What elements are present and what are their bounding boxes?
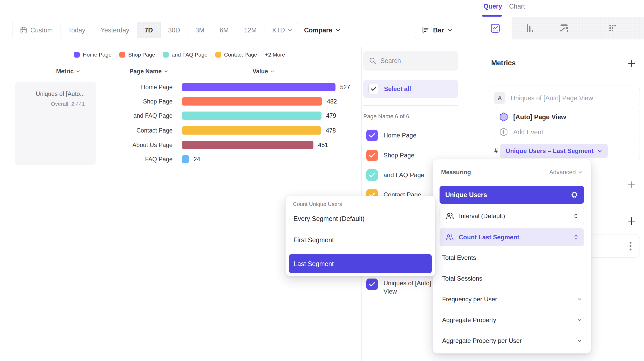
measuring-option-count-last-segment[interactable]: Count Last Segment (440, 228, 584, 246)
metric-title: Uniques of [Auto] Page View (511, 94, 593, 102)
date-range-xtd[interactable]: XTD (264, 22, 299, 38)
event-row[interactable]: [Auto] Page View (499, 112, 566, 122)
measuring-option-unique-users[interactable]: Unique Users (440, 186, 584, 204)
segment-option-list: Every Segment (Default)First SegmentLast… (286, 208, 435, 273)
measuring-option-frequency-per-user[interactable]: Frequency per User (440, 289, 584, 310)
metric-series-checkbox[interactable] (366, 279, 378, 290)
search-input[interactable] (380, 57, 443, 65)
segment-option-first-segment[interactable]: First Segment (286, 229, 435, 251)
segment-item-and-faq-page[interactable]: and FAQ Page (366, 169, 424, 181)
measuring-option-aggregate-property[interactable]: Aggregate Property (440, 310, 584, 330)
segment-search[interactable] (363, 51, 458, 71)
date-range-12m[interactable]: 12M (236, 22, 264, 38)
horizontal-bar-chart-icon (422, 26, 429, 34)
select-all-row[interactable]: Select all (363, 80, 458, 98)
column-header-page-name[interactable]: Page Name (129, 68, 168, 75)
bar-value: 479 (326, 112, 336, 120)
legend-swatch (215, 52, 221, 58)
date-range-custom[interactable]: Custom (12, 22, 60, 38)
measuring-option-list: Total EventsTotal SessionsFrequency per … (440, 247, 584, 351)
add-filter-button[interactable] (628, 181, 635, 189)
chevron-down-icon (578, 298, 581, 301)
date-range-7d[interactable]: 7D (137, 22, 161, 38)
report-tab-retention[interactable] (581, 17, 644, 39)
date-range-30d[interactable]: 30D (161, 22, 188, 38)
date-range-6m[interactable]: 6M (212, 22, 237, 38)
select-all-checkbox[interactable] (368, 84, 379, 94)
report-tab-flows[interactable] (547, 17, 581, 39)
legend-more[interactable]: +2 More (265, 52, 285, 58)
measuring-option-total-sessions[interactable]: Total Sessions (440, 268, 584, 289)
legend-swatch (74, 52, 80, 58)
tab-query[interactable]: Query (483, 3, 502, 10)
bar-category-label: and FAQ Page (64, 112, 173, 120)
add-event-row[interactable]: Add Event (499, 127, 543, 137)
date-range-3m[interactable]: 3M (188, 22, 212, 38)
measuring-dropdown: Measuring Advanced Unique Users (433, 159, 591, 353)
legend-item[interactable]: and FAQ Page (163, 52, 208, 58)
bar-category-label: Shop Page (64, 97, 173, 106)
search-icon (369, 57, 376, 64)
chart-legend: Home PageShop Pageand FAQ PageContact Pa… (74, 51, 285, 59)
chevron-down-icon (578, 339, 581, 342)
add-breakdown-button[interactable] (627, 217, 636, 225)
segment-checkbox[interactable] (366, 150, 378, 161)
bar[interactable] (182, 126, 321, 135)
metric-definition-card: A Uniques of [Auto] Page View [Auto] Pag… (489, 86, 640, 161)
legend-item[interactable]: Home Page (74, 52, 112, 58)
column-header-value[interactable]: Value (252, 68, 274, 75)
metric-name: Uniques of [Auto... (36, 91, 85, 98)
chevron-down-icon (271, 70, 274, 73)
compare-button[interactable]: Compare (297, 22, 347, 38)
bar[interactable] (182, 97, 322, 106)
chevron-down-icon (578, 171, 583, 173)
chevron-down-icon (448, 29, 452, 32)
measure-selector[interactable]: Unique Users – Last Segment (500, 144, 608, 158)
segment-item-shop-page[interactable]: Shop Page (366, 150, 414, 161)
chevron-down-icon (164, 70, 168, 73)
measuring-title: Measuring (441, 169, 471, 176)
measuring-option-aggregate-property-per-user[interactable]: Aggregate Property per User (440, 330, 584, 351)
segment-item-home-page[interactable]: Home Page (366, 130, 416, 141)
bar[interactable] (182, 83, 335, 91)
event-hexagon-icon (499, 112, 509, 122)
segment-option-last-segment[interactable]: Last Segment (289, 254, 432, 273)
event-name: [Auto] Page View (513, 113, 566, 121)
gear-icon (571, 191, 578, 199)
chevron-down-icon (578, 319, 581, 321)
report-tab-funnels[interactable] (513, 17, 547, 39)
bar-value: 482 (327, 97, 337, 106)
date-range-yesterday[interactable]: Yesterday (93, 22, 137, 38)
sort-arrows-icon (573, 213, 578, 219)
column-header-metric[interactable]: Metric (56, 68, 80, 75)
bar[interactable] (182, 112, 321, 120)
people-icon (446, 212, 454, 220)
add-metric-button[interactable] (627, 59, 636, 68)
segment-option-every-segment-default-[interactable]: Every Segment (Default) (286, 208, 435, 229)
date-range-selector: CustomTodayYesterday7D30D3M6M12MXTD (12, 22, 300, 38)
bar-category-label: Home Page (64, 83, 173, 91)
metrics-section-title: Metrics (491, 59, 516, 67)
report-tab-insights[interactable] (478, 17, 513, 39)
flows-icon (559, 23, 569, 33)
measuring-option-interval[interactable]: Interval (Default) (440, 207, 584, 225)
legend-item[interactable]: Shop Page (119, 52, 155, 58)
bar[interactable] (182, 141, 313, 149)
tab-chart[interactable]: Chart (509, 3, 525, 10)
measuring-option-total-events[interactable]: Total Events (440, 247, 584, 268)
chevron-down-icon (76, 70, 80, 73)
date-range-today[interactable]: Today (60, 22, 93, 38)
kebab-menu-icon[interactable] (629, 241, 632, 251)
metric-summary-card[interactable]: Uniques of [Auto... Overall 2,441 (15, 82, 96, 165)
segment-checkbox[interactable] (366, 169, 378, 181)
metric-row[interactable]: A Uniques of [Auto] Page View (494, 92, 593, 104)
chart-type-dropdown[interactable]: Bar (415, 22, 459, 38)
chevron-down-icon (288, 29, 292, 31)
segment-checkbox[interactable] (366, 130, 378, 141)
legend-item[interactable]: Contact Page (215, 52, 257, 58)
bar[interactable] (182, 155, 189, 163)
sort-arrows-icon (574, 234, 578, 240)
chevron-down-icon (336, 29, 340, 32)
legend-swatch (163, 52, 169, 58)
advanced-toggle[interactable]: Advanced (549, 169, 583, 176)
